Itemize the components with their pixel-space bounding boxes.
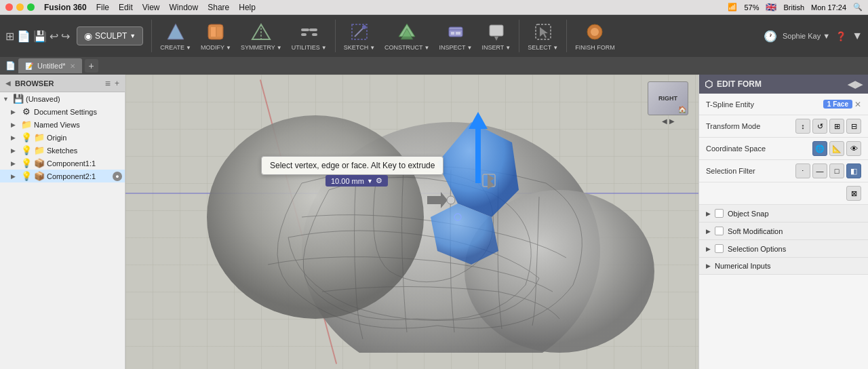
panel-expand-button[interactable]: ◀▶ [848, 79, 863, 90]
file-icon[interactable]: 📄 [17, 30, 31, 43]
inspect-arrow: ▼ [467, 45, 473, 51]
redo-icon[interactable]: ↪ [61, 30, 70, 43]
object-snap-section[interactable]: ▶ Object Snap [699, 205, 868, 222]
named-views-arrow: ▶ [11, 121, 19, 128]
soft-mod-checkbox[interactable] [715, 227, 724, 235]
home-icon[interactable]: 🏠 [678, 106, 686, 113]
menu-bar: Fusion 360 File Edit View Window Share H… [0, 0, 868, 15]
svg-rect-3 [217, 27, 222, 37]
transform-mode-mixed[interactable]: ⊟ [846, 119, 861, 134]
coord-local[interactable]: 📐 [829, 141, 844, 156]
svg-point-29 [447, 196, 455, 204]
soft-mod-arrow: ▶ [706, 228, 711, 235]
tree-doc-settings[interactable]: ▶ ⚙ Document Settings [0, 105, 125, 118]
transform-mode-rotate[interactable]: ↺ [812, 119, 827, 134]
tab-untitled[interactable]: 📝 Untitled* ✕ [18, 58, 82, 73]
svg-rect-8 [301, 33, 307, 36]
save-icon[interactable]: 💾 [33, 30, 47, 43]
numerical-inputs-section[interactable]: ▶ Numerical Inputs [699, 258, 868, 275]
toolbar-symmetry[interactable]: SYMMETRY ▼ [237, 18, 286, 54]
settings-btn[interactable]: ▼ [852, 30, 863, 42]
object-snap-checkbox[interactable] [715, 209, 724, 218]
toolbar-finish-form[interactable]: FINISH FORM [571, 18, 619, 54]
construct-arrow: ▼ [425, 45, 430, 51]
toolbar-construct[interactable]: CONSTRUCT ▼ [380, 18, 433, 54]
toolbar-insert[interactable]: INSERT ▼ [477, 18, 515, 54]
svg-rect-9 [312, 33, 317, 36]
selection-options-section[interactable]: ▶ Selection Options [699, 240, 868, 258]
view-cube[interactable]: RIGHT 🏠 ◀ ▶ [644, 81, 692, 129]
toolbar-utilities[interactable]: UTILITIES ▼ [288, 18, 331, 54]
filter-body[interactable]: ◧ [846, 163, 861, 178]
menu-edit[interactable]: Edit [119, 3, 133, 12]
tree-component1[interactable]: ▶ 💡 📦 Component1:1 [0, 157, 125, 170]
tree-origin[interactable]: ▶ 💡 📁 Origin [0, 131, 125, 144]
selection-opts-checkbox[interactable] [715, 244, 724, 253]
coord-view[interactable]: 👁 [846, 141, 861, 156]
filter-extra-btn[interactable]: ⊠ [846, 186, 861, 201]
component2-badge: ● [113, 172, 122, 181]
browser-expand-btn[interactable]: + [115, 79, 119, 88]
filter-vertex[interactable]: ⋅ [795, 163, 810, 178]
menu-window[interactable]: Window [170, 3, 199, 12]
view-nav-left[interactable]: ◀ [662, 117, 667, 125]
svg-rect-18 [490, 25, 503, 36]
tree-root[interactable]: ▼ 💾 (Unsaved) [0, 92, 125, 105]
minimize-button[interactable] [16, 3, 24, 11]
transform-mode-scale[interactable]: ⊞ [829, 119, 844, 134]
grid-icon[interactable]: ⊞ [5, 30, 14, 43]
profile-btn[interactable]: Sophie Kay ▼ [783, 32, 830, 40]
sculpt-button[interactable]: ◉ SCULPT ▼ [77, 26, 143, 45]
view-cube-label: RIGHT [658, 95, 677, 102]
window-controls [5, 3, 35, 11]
tree-component2[interactable]: ▶ 💡 📦 Component2:1 ● [0, 170, 125, 182]
transform-mode-move[interactable]: ↕ [795, 119, 810, 134]
t-spline-row: T-Spline Entity 1 Face ✕ [699, 94, 868, 115]
view-cube-face[interactable]: RIGHT 🏠 [648, 81, 688, 115]
search-icon[interactable]: 🔍 [853, 3, 863, 12]
utilities-label: UTILITIES ▼ [292, 44, 327, 51]
browser-collapse-arrow[interactable]: ◀ [5, 79, 11, 87]
toolbar-create[interactable]: CREATE ▼ [156, 18, 195, 54]
menu-file[interactable]: File [96, 3, 109, 12]
clock-icon[interactable]: 🕐 [764, 30, 777, 43]
close-button[interactable] [5, 3, 13, 11]
tooltip: Select vertex, edge or face. Alt Key to … [261, 156, 443, 175]
viewport[interactable]: Select vertex, edge or face. Alt Key to … [125, 75, 698, 369]
browser-header: ◀ BROWSER ≡ + [0, 75, 125, 92]
component1-label: Component1:1 [47, 159, 122, 168]
new-tab-button[interactable]: + [85, 59, 98, 73]
distance-dropdown[interactable]: ▼ [367, 178, 373, 184]
menu-help[interactable]: Help [239, 3, 256, 12]
edit-form-icon: ⬡ [705, 79, 713, 90]
menu-share[interactable]: Share [208, 3, 229, 12]
filter-face[interactable]: □ [829, 163, 844, 178]
insert-label: INSERT ▼ [481, 44, 511, 51]
distance-settings[interactable]: ⚙ [376, 176, 382, 185]
tree-named-views[interactable]: ▶ 📁 Named Views [0, 118, 125, 131]
toolbar-sketch[interactable]: SKETCH ▼ [340, 18, 379, 54]
filter-edge[interactable]: — [812, 163, 827, 178]
soft-modification-section[interactable]: ▶ Soft Modification [699, 222, 868, 240]
toolbar-modify[interactable]: MODIFY ▼ [197, 18, 235, 54]
toolbar-inspect[interactable]: INSPECT ▼ [435, 18, 477, 54]
svg-rect-7 [309, 28, 317, 31]
origin-label: Origin [47, 134, 122, 142]
t-spline-controls: 1 Face ✕ [778, 100, 861, 109]
view-nav-right[interactable]: ▶ [669, 117, 675, 125]
browser-menu-btn[interactable]: ≡ [105, 78, 111, 89]
toolbar-divider-4 [566, 20, 567, 52]
coord-world[interactable]: 🌐 [812, 141, 827, 156]
undo-icon[interactable]: ↩ [50, 30, 58, 43]
component2-label: Component2:1 [47, 172, 108, 180]
utilities-arrow: ▼ [321, 45, 327, 51]
maximize-button[interactable] [27, 3, 35, 11]
battery-label: 57% [744, 3, 759, 12]
help-btn[interactable]: ❓ [835, 31, 846, 41]
tree-sketches[interactable]: ▶ 💡 📁 Sketches [0, 144, 125, 157]
selection-opts-arrow: ▶ [706, 246, 711, 252]
tab-close-button[interactable]: ✕ [70, 62, 75, 70]
t-spline-close-button[interactable]: ✕ [854, 100, 861, 109]
menu-view[interactable]: View [142, 3, 160, 12]
toolbar-select[interactable]: SELECT ▼ [524, 18, 562, 54]
